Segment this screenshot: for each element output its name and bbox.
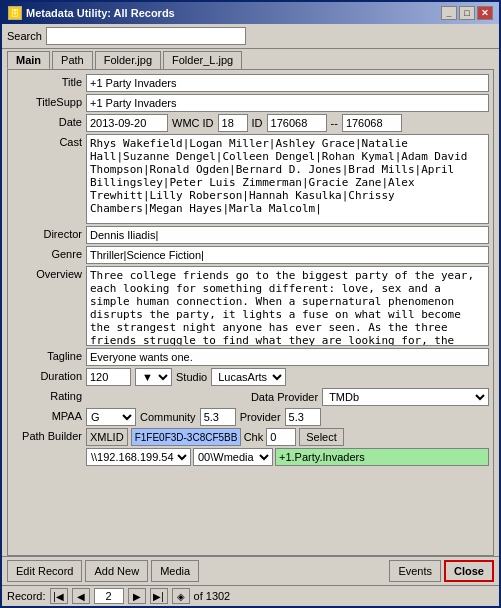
overview-row: Overview Three college friends go to the… [12,266,489,346]
mpaa-select[interactable]: G [86,408,136,426]
director-input[interactable] [86,226,489,244]
close-button[interactable]: Close [444,560,494,582]
studio-select[interactable]: LucasArts [211,368,286,386]
last-record-button[interactable]: ▶| [150,588,168,604]
date-input[interactable] [86,114,168,132]
titlesupp-label: TitleSupp [12,94,82,108]
duration-input[interactable] [86,368,131,386]
title-bar-left: 🗄 Metadata Utility: All Records [8,6,175,20]
director-row: Director [12,226,489,244]
path-file-input[interactable] [275,448,489,466]
rating-label: Rating [12,388,82,402]
window-title: Metadata Utility: All Records [26,7,175,19]
cast-label: Cast [12,134,82,148]
main-content: Title TitleSupp Date WMC ID ID -- Cast R [7,69,494,556]
path-builder-fields: XMLID Chk Select [86,428,489,446]
provider-label: Provider [240,411,281,423]
date-fields: WMC ID ID -- [86,114,402,132]
close-window-button[interactable]: ✕ [477,6,493,20]
id-input2[interactable] [342,114,402,132]
overview-label: Overview [12,266,82,280]
community-input[interactable] [200,408,236,426]
rating-row: Rating Data Provider TMDb [12,388,489,406]
mpaa-row: MPAA G Community Provider [12,408,489,426]
record-number-input[interactable] [94,588,124,604]
main-window: 🗄 Metadata Utility: All Records _ □ ✕ Se… [0,0,501,608]
rating-fields: Data Provider TMDb [86,388,489,406]
genre-label: Genre [12,246,82,260]
duration-studio-fields: ▼ Studio LucasArts [86,368,286,386]
tab-folder-jpg[interactable]: Folder.jpg [95,51,161,69]
next-record-button[interactable]: ▶ [128,588,146,604]
path-builder-row: Path Builder XMLID Chk Select [12,428,489,446]
uuid-input[interactable] [131,428,241,446]
search-input[interactable] [46,27,246,45]
wmc-id-input[interactable] [218,114,248,132]
title-row: Title [12,74,489,92]
id-label: ID [252,117,263,129]
title-label: Title [12,74,82,88]
director-label: Director [12,226,82,240]
title-bar: 🗄 Metadata Utility: All Records _ □ ✕ [2,2,499,24]
titlesupp-input[interactable] [86,94,489,112]
bottom-right-buttons: Events Close [389,560,494,582]
bottom-buttons: Edit Record Add New Media Events Close [2,556,499,585]
tagline-row: Tagline [12,348,489,366]
mpaa-label: MPAA [12,408,82,422]
duration-studio-row: Duration ▼ Studio LucasArts [12,368,489,386]
edit-record-button[interactable]: Edit Record [7,560,82,582]
titlesupp-row: TitleSupp [12,94,489,112]
tab-bar: Main Path Folder.jpg Folder_L.jpg [2,49,499,69]
studio-label: Studio [176,371,207,383]
tab-main[interactable]: Main [7,51,50,69]
mpaa-fields: G Community Provider [86,408,321,426]
path-select[interactable]: \\192.168.199.54 [86,448,191,466]
prev-record-button[interactable]: ◀ [72,588,90,604]
add-new-button[interactable]: Add New [85,560,148,582]
search-toolbar: Search [2,24,499,49]
date-label: Date [12,114,82,128]
maximize-button[interactable]: □ [459,6,475,20]
duration-label: Duration [12,368,82,382]
path-spacer [12,448,82,450]
tagline-label: Tagline [12,348,82,362]
events-button[interactable]: Events [389,560,441,582]
tab-folder-l-jpg[interactable]: Folder_L.jpg [163,51,242,69]
overview-textarea[interactable]: Three college friends go to the biggest … [86,266,489,346]
chk-label: Chk [244,431,264,443]
data-provider-label: Data Provider [251,391,318,403]
tab-path[interactable]: Path [52,51,93,69]
minimize-button[interactable]: _ [441,6,457,20]
chk-input[interactable] [266,428,296,446]
id-input[interactable] [267,114,327,132]
title-buttons: _ □ ✕ [441,6,493,20]
path-builder-label: Path Builder [12,428,82,442]
app-icon: 🗄 [8,6,22,20]
path-fields: \\192.168.199.54 00\Wmedia [86,448,489,466]
cast-row: Cast Rhys Wakefield|Logan Miller|Ashley … [12,134,489,224]
record-total: of 1302 [194,590,231,602]
wmc-id-label: WMC ID [172,117,214,129]
first-record-button[interactable]: |◀ [50,588,68,604]
tagline-input[interactable] [86,348,489,366]
id-dash: -- [331,117,338,129]
genre-row: Genre [12,246,489,264]
bottom-left-buttons: Edit Record Add New Media [7,560,199,582]
title-input[interactable] [86,74,489,92]
data-provider-select[interactable]: TMDb [322,388,489,406]
community-label: Community [140,411,196,423]
record-label: Record: [7,590,46,602]
cast-textarea[interactable]: Rhys Wakefield|Logan Miller|Ashley Grace… [86,134,489,224]
record-nav: Record: |◀ ◀ ▶ ▶| ◈ of 1302 [2,585,499,606]
search-label: Search [7,30,42,42]
path-row: \\192.168.199.54 00\Wmedia [12,448,489,466]
media-button[interactable]: Media [151,560,199,582]
provider-input[interactable] [285,408,321,426]
xml-label: XMLID [86,428,128,446]
media-select[interactable]: 00\Wmedia [193,448,273,466]
date-row: Date WMC ID ID -- [12,114,489,132]
select-button[interactable]: Select [299,428,344,446]
duration-unit-select[interactable]: ▼ [135,368,172,386]
search-record-button[interactable]: ◈ [172,588,190,604]
genre-input[interactable] [86,246,489,264]
